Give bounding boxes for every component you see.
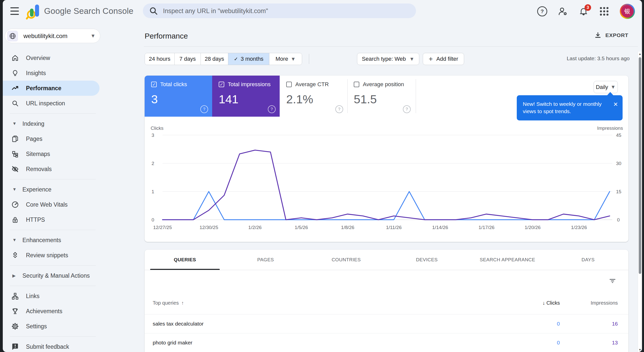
sidebar-item-label: Links [26, 293, 40, 300]
top-bar: Google Search Console ? 3 [3, 0, 642, 23]
lightbulb-icon [11, 69, 19, 77]
close-icon[interactable]: ✕ [613, 101, 618, 108]
sidebar-nav: Overview Insights Performance URL inspec… [3, 50, 103, 352]
chevron-down-icon: ▼ [291, 56, 296, 62]
sidebar-item-submit-feedback[interactable]: Submit feedback [3, 339, 103, 352]
scroll-up-arrow[interactable]: ▲ [638, 52, 642, 56]
sidebar-divider [10, 230, 96, 230]
sidebar-item-label: Performance [26, 85, 61, 92]
clicks-column-header[interactable]: ↓ Clicks [509, 300, 560, 306]
google-apps-button[interactable] [599, 6, 609, 16]
pages-icon [11, 135, 19, 143]
sidebar-section-experience[interactable]: ▼ Experience [3, 182, 103, 197]
sidebar-section-enhancements[interactable]: ▼ Enhancements [3, 233, 103, 248]
range-24-hours[interactable]: 24 hours [145, 53, 174, 65]
sidebar-divider [10, 265, 96, 266]
export-button[interactable]: EXPORT [594, 32, 628, 39]
page-title: Performance [145, 32, 188, 40]
sidebar-divider [10, 179, 96, 179]
add-filter-chip[interactable]: +Add filter [423, 53, 464, 65]
property-selector[interactable]: webutilitykit.com ▼ [5, 29, 100, 43]
sidebar-item-removals[interactable]: Removals [3, 162, 103, 177]
account-avatar[interactable]: 银 [620, 4, 635, 19]
sidebar-item-achievements[interactable]: Achievements [3, 304, 103, 319]
property-globe-badge [7, 31, 18, 41]
url-inspect-searchbar[interactable] [143, 4, 416, 18]
speedometer-icon [11, 201, 19, 208]
home-icon [11, 54, 19, 62]
range-more-button[interactable]: More▼ [269, 53, 302, 65]
lock-icon [11, 216, 19, 223]
tab-queries[interactable]: QUERIES [145, 250, 225, 270]
sidebar-section-indexing[interactable]: ▼ Indexing [3, 116, 103, 131]
filter-icon[interactable] [609, 277, 616, 285]
notifications-button[interactable]: 3 [578, 6, 589, 16]
tab-devices[interactable]: DEVICES [387, 250, 467, 270]
menu-icon[interactable] [10, 7, 19, 15]
sidebar-item-pages[interactable]: Pages [3, 131, 103, 146]
trophy-icon [11, 307, 19, 315]
table-toolbar [145, 270, 628, 292]
sort-desc-icon: ↓ [542, 300, 545, 306]
range-3-months[interactable]: ✓ 3 months [228, 53, 269, 65]
tab-pages[interactable]: PAGES [225, 250, 306, 270]
user-settings-button[interactable] [558, 6, 568, 16]
help-button[interactable]: ? [537, 6, 547, 16]
tab-days[interactable]: DAYS [548, 250, 628, 270]
sidebar-section-security[interactable]: ▶ Security & Manual Actions [3, 268, 103, 283]
sidebar-item-label: Core Web Vitals [26, 201, 68, 208]
link-tree-icon [11, 292, 19, 300]
property-name: webutilitykit.com [23, 33, 90, 40]
dimension-tabs: QUERIES PAGES COUNTRIES DEVICES SEARCH A… [145, 250, 628, 270]
sidebar-item-insights[interactable]: Insights [3, 66, 103, 81]
export-label: EXPORT [605, 32, 628, 38]
sidebar-item-sitemaps[interactable]: Sitemaps [3, 146, 103, 162]
sidebar-item-label: Settings [26, 323, 47, 330]
sidebar-item-url-inspection[interactable]: URL inspection [3, 96, 103, 111]
tab-countries[interactable]: COUNTRIES [306, 250, 387, 270]
last-update-text: Last update: 3.5 hours ago [567, 55, 630, 61]
sidebar-item-core-web-vitals[interactable]: Core Web Vitals [3, 197, 103, 212]
section-label: Security & Manual Actions [22, 272, 90, 279]
eye-off-icon [11, 165, 19, 173]
sidebar-item-settings[interactable]: Settings [3, 319, 103, 334]
clicks-series-line [163, 191, 610, 220]
page-scrollbar[interactable]: ▲ ▼ [638, 52, 642, 352]
sitemap-icon [11, 150, 19, 158]
screen: Google Search Console ? 3 [0, 0, 644, 352]
sidebar-item-performance[interactable]: Performance [3, 81, 100, 96]
impressions-cell: 16 [560, 321, 618, 327]
main-content: Performance EXPORT 24 hours 7 days 28 da… [103, 23, 638, 352]
app-logo[interactable]: Google Search Console [27, 4, 134, 18]
sidebar-item-review-snippets[interactable]: Review snippets [3, 248, 103, 263]
scrollbar-thumb[interactable] [639, 57, 641, 274]
range-28-days[interactable]: 28 days [201, 53, 228, 65]
table-row[interactable]: photo grid maker 0 13 [145, 333, 628, 352]
sidebar-item-https[interactable]: HTTPS [3, 212, 103, 227]
chevron-down-icon: ▼ [90, 33, 95, 39]
tab-search-appearance[interactable]: SEARCH APPEARANCE [467, 250, 548, 270]
gear-icon [11, 323, 19, 330]
chevron-down-icon: ▼ [409, 56, 414, 62]
impressions-column-header[interactable]: Impressions [560, 300, 618, 306]
search-input[interactable] [163, 7, 412, 15]
sidebar-item-links[interactable]: Links [3, 289, 103, 304]
performance-chart-card: ✓Total clicks 3 ? ✓Total impressions 141… [145, 76, 628, 242]
section-label: Enhancements [22, 237, 61, 244]
sidebar: webutilitykit.com ▼ Overview Insights Pe… [3, 23, 103, 352]
filter-bar: 24 hours 7 days 28 days ✓ 3 months More▼… [145, 53, 638, 65]
apps-grid-icon [600, 7, 608, 16]
globe-icon [9, 33, 16, 40]
table-row[interactable]: sales tax decalculator 0 16 [145, 314, 628, 333]
table-header-row: Top queries ↑ ↓ Clicks Impressions [145, 292, 628, 314]
top-queries-header[interactable]: Top queries ↑ [153, 300, 509, 306]
search-type-chip[interactable]: Search type: Web▼ [357, 53, 419, 65]
query-cell: sales tax decalculator [153, 321, 509, 327]
sidebar-item-overview[interactable]: Overview [3, 50, 103, 66]
range-7-days[interactable]: 7 days [174, 53, 201, 65]
date-range-group: 24 hours 7 days 28 days ✓ 3 months More▼ [145, 53, 302, 65]
sidebar-item-label: Insights [26, 70, 46, 77]
chevron-down-icon: ▼ [12, 187, 17, 192]
scroll-down-arrow[interactable]: ▼ [638, 348, 642, 351]
logo-text: Google Search Console [44, 6, 134, 16]
